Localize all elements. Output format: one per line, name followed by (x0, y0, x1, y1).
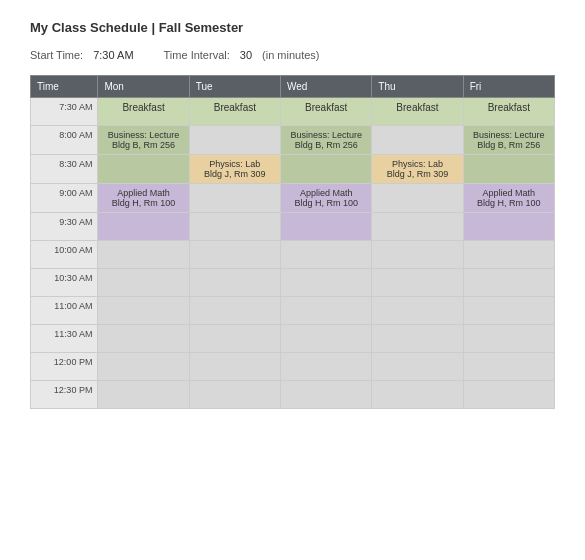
time-cell: 7:30 AM (31, 98, 98, 126)
schedule-cell (372, 269, 463, 297)
schedule-cell: Breakfast (98, 98, 189, 126)
schedule-cell (281, 325, 372, 353)
table-row: 8:00 AMBusiness: Lecture Bldg B, Rm 256B… (31, 126, 555, 155)
schedule-cell: Breakfast (189, 98, 280, 126)
schedule-cell: Business: Lecture Bldg B, Rm 256 (281, 126, 372, 155)
header-wed: Wed (281, 76, 372, 98)
table-row: 9:30 AM (31, 213, 555, 241)
schedule-cell (463, 381, 554, 409)
schedule-cell (98, 325, 189, 353)
table-row: 11:00 AM (31, 297, 555, 325)
header-mon: Mon (98, 76, 189, 98)
schedule-cell (463, 269, 554, 297)
start-time-value: 7:30 AM (93, 49, 133, 61)
schedule-cell: Applied Math Bldg H, Rm 100 (281, 184, 372, 213)
table-row: 7:30 AMBreakfastBreakfastBreakfastBreakf… (31, 98, 555, 126)
schedule-cell (463, 297, 554, 325)
meta-row: Start Time: 7:30 AM Time Interval: 30 (i… (30, 49, 555, 61)
schedule-cell (463, 353, 554, 381)
schedule-cell (372, 297, 463, 325)
schedule-cell (372, 126, 463, 155)
schedule-cell: Business: Lecture Bldg B, Rm 256 (463, 126, 554, 155)
header-tue: Tue (189, 76, 280, 98)
schedule-cell (281, 155, 372, 184)
schedule-cell (281, 353, 372, 381)
schedule-cell: Breakfast (463, 98, 554, 126)
schedule-cell (281, 269, 372, 297)
schedule-cell (372, 241, 463, 269)
start-time-label: Start Time: (30, 49, 83, 61)
schedule-cell: Breakfast (372, 98, 463, 126)
schedule-cell: Applied Math Bldg H, Rm 100 (98, 184, 189, 213)
header-row: Time Mon Tue Wed Thu Fri (31, 76, 555, 98)
schedule-cell (98, 213, 189, 241)
schedule-cell: Physics: Lab Bldg J, Rm 309 (189, 155, 280, 184)
schedule-cell (189, 241, 280, 269)
time-cell: 11:30 AM (31, 325, 98, 353)
schedule-cell (98, 297, 189, 325)
table-row: 8:30 AMPhysics: Lab Bldg J, Rm 309Physic… (31, 155, 555, 184)
schedule-cell (189, 353, 280, 381)
schedule-cell (98, 353, 189, 381)
time-cell: 9:30 AM (31, 213, 98, 241)
interval-value: 30 (240, 49, 252, 61)
table-row: 12:30 PM (31, 381, 555, 409)
interval-label: Time Interval: (164, 49, 230, 61)
schedule-cell (189, 297, 280, 325)
schedule-cell (189, 325, 280, 353)
schedule-cell (372, 325, 463, 353)
header-fri: Fri (463, 76, 554, 98)
schedule-table: Time Mon Tue Wed Thu Fri 7:30 AMBreakfas… (30, 75, 555, 409)
schedule-cell (281, 213, 372, 241)
schedule-cell (281, 241, 372, 269)
time-cell: 10:00 AM (31, 241, 98, 269)
schedule-cell (189, 381, 280, 409)
schedule-cell (98, 381, 189, 409)
schedule-cell (463, 241, 554, 269)
schedule-cell (189, 269, 280, 297)
schedule-cell (98, 269, 189, 297)
schedule-cell: Physics: Lab Bldg J, Rm 309 (372, 155, 463, 184)
schedule-cell (463, 213, 554, 241)
time-cell: 12:00 PM (31, 353, 98, 381)
schedule-cell (98, 241, 189, 269)
time-cell: 11:00 AM (31, 297, 98, 325)
schedule-cell (372, 381, 463, 409)
time-cell: 9:00 AM (31, 184, 98, 213)
schedule-cell (463, 155, 554, 184)
schedule-cell (98, 155, 189, 184)
schedule-cell (189, 184, 280, 213)
schedule-cell (372, 213, 463, 241)
header-thu: Thu (372, 76, 463, 98)
table-row: 10:30 AM (31, 269, 555, 297)
schedule-cell (372, 353, 463, 381)
schedule-cell: Breakfast (281, 98, 372, 126)
table-row: 11:30 AM (31, 325, 555, 353)
table-row: 10:00 AM (31, 241, 555, 269)
schedule-cell (281, 297, 372, 325)
time-cell: 8:00 AM (31, 126, 98, 155)
schedule-cell (372, 184, 463, 213)
table-row: 9:00 AMApplied Math Bldg H, Rm 100Applie… (31, 184, 555, 213)
schedule-cell (281, 381, 372, 409)
table-row: 12:00 PM (31, 353, 555, 381)
schedule-cell (189, 213, 280, 241)
schedule-cell: Business: Lecture Bldg B, Rm 256 (98, 126, 189, 155)
schedule-cell (189, 126, 280, 155)
page-title: My Class Schedule | Fall Semester (30, 20, 555, 35)
time-cell: 12:30 PM (31, 381, 98, 409)
time-cell: 8:30 AM (31, 155, 98, 184)
header-time: Time (31, 76, 98, 98)
time-cell: 10:30 AM (31, 269, 98, 297)
schedule-cell: Applied Math Bldg H, Rm 100 (463, 184, 554, 213)
interval-unit: (in minutes) (262, 49, 319, 61)
schedule-cell (463, 325, 554, 353)
